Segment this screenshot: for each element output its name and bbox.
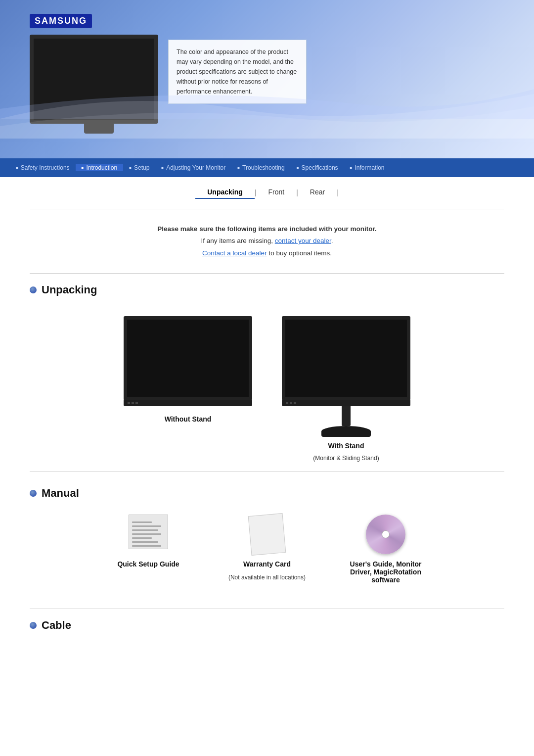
stand-base: [321, 426, 371, 437]
nav-item-troubleshooting[interactable]: Troubleshooting: [231, 164, 290, 171]
nav-item-setup[interactable]: Setup: [123, 164, 155, 171]
warranty-label: Warranty Card: [243, 560, 291, 568]
samsung-logo: SAMSUNG: [30, 14, 92, 28]
tab-separator-3: |: [337, 189, 339, 196]
manual-item-usersguide: User's Guide, Monitor Driver, MagicRotat…: [341, 515, 430, 584]
manual-grid: Quick Setup Guide Warranty Card (Not ava…: [30, 510, 504, 594]
divider-top: [30, 209, 504, 209]
manual-heading: Manual: [30, 487, 504, 500]
quick-setup-label: Quick Setup Guide: [117, 560, 179, 568]
with-stand-label: With Stand: [328, 442, 364, 450]
manual-item-warranty: Warranty Card (Not available in all loca…: [222, 515, 312, 584]
cable-bullet: [30, 622, 37, 629]
manual-section: Manual Quick Setup Guide: [0, 477, 534, 604]
manual-item-quicksetup: Quick Setup Guide: [104, 515, 193, 584]
nav-item-safety[interactable]: Safety Instructions: [10, 164, 76, 171]
cable-section: Cable: [0, 614, 534, 642]
nav-item-introduction[interactable]: Introduction: [76, 164, 124, 171]
contact-dealer-link[interactable]: contact your dealer: [275, 237, 331, 244]
warranty-card-icon: [248, 513, 286, 556]
tab-unpacking[interactable]: Unpacking: [195, 186, 255, 199]
info-line3-end: to buy optional items.: [267, 249, 332, 257]
nav-item-specifications[interactable]: Specifications: [291, 164, 344, 171]
flat-screen: [124, 316, 252, 400]
sub-tabs: Unpacking | Front | Rear |: [0, 177, 534, 204]
without-stand-label: Without Stand: [165, 415, 212, 423]
tab-front[interactable]: Front: [256, 186, 296, 199]
monitor-grid: Without Stand With Stand (Monitor & Slid…: [0, 306, 534, 467]
unpacking-title: Unpacking: [42, 284, 97, 296]
stand-neck: [342, 406, 351, 426]
flat-bottom-bar: [124, 400, 252, 406]
monitor-without-stand: Without Stand: [124, 316, 252, 462]
with-stand-sublabel: (Monitor & Sliding Stand): [313, 455, 379, 462]
cable-title: Cable: [42, 619, 71, 632]
unpacking-bullet: [30, 286, 37, 293]
divider-cable: [30, 609, 504, 609]
divider-unpacking: [30, 273, 504, 274]
warranty-sublabel: (Not available in all locations): [228, 574, 306, 581]
info-line1: Please make sure the following items are…: [157, 225, 376, 233]
banner-waves: [0, 79, 534, 139]
nav-item-adjusting[interactable]: Adjusting Your Monitor: [155, 164, 231, 171]
cd-icon: [366, 515, 405, 554]
divider-manual: [30, 472, 504, 472]
header-banner: SAMSUNG The color and appearance of the …: [0, 0, 534, 158]
info-text-block: Please make sure the following items are…: [0, 214, 534, 268]
users-guide-label: User's Guide, Monitor Driver, MagicRotat…: [341, 560, 430, 584]
guide-paper: [129, 515, 168, 549]
stand-monitor-bar: [282, 400, 410, 406]
unpacking-heading: Unpacking: [0, 279, 534, 306]
monitor-with-stand: With Stand (Monitor & Sliding Stand): [282, 316, 410, 462]
warranty-card-icon-wrapper: [250, 515, 284, 554]
local-dealer-link[interactable]: Contact a local dealer: [202, 249, 267, 257]
cd-center-hole: [382, 530, 390, 538]
manual-bullet: [30, 490, 37, 497]
nav-bar: Safety Instructions Introduction Setup A…: [0, 158, 534, 177]
cable-heading: Cable: [30, 619, 504, 632]
stand-monitor-image: [282, 316, 410, 437]
info-line2-start: If any items are missing,: [201, 237, 274, 244]
flat-monitor-image: [124, 316, 252, 410]
quick-setup-guide-icon: [124, 515, 173, 554]
stand-monitor-screen: [282, 316, 410, 400]
info-line2-end: .: [331, 237, 333, 244]
tab-rear[interactable]: Rear: [298, 186, 337, 199]
nav-item-information[interactable]: Information: [344, 164, 391, 171]
manual-title: Manual: [42, 487, 79, 500]
